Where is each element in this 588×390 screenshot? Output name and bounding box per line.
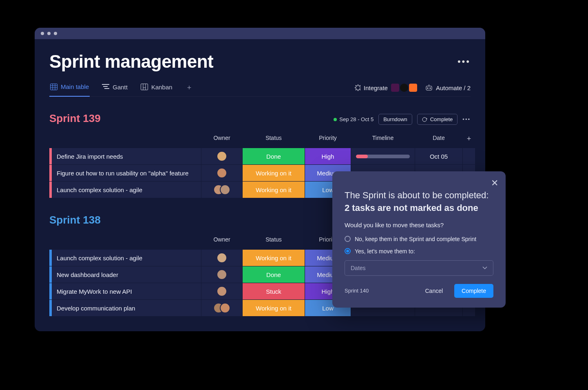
page-more-icon[interactable]: ••• (458, 56, 471, 67)
tab-label: Kanban (151, 84, 172, 91)
status-cell[interactable]: Done (243, 266, 305, 283)
close-icon[interactable]: ✕ (491, 178, 498, 188)
col-status[interactable]: Status (243, 135, 305, 146)
sprint-title[interactable]: Sprint 139 (49, 112, 101, 125)
owner-cell[interactable] (201, 300, 242, 317)
task-cell[interactable]: Develop communication plan (49, 300, 201, 317)
col-priority[interactable]: Priority (305, 135, 351, 146)
group-stripe (49, 283, 52, 300)
date-cell[interactable]: Oct 05 (415, 148, 462, 165)
task-name: New dashboard loader (57, 271, 118, 278)
cancel-button[interactable]: Cancel (419, 284, 449, 298)
tab-label: Main table (61, 83, 89, 90)
group-stripe (49, 165, 52, 182)
task-cell[interactable]: Migrate MyWork to new API (49, 283, 201, 300)
page-title: Sprint management (49, 51, 213, 72)
status-cell[interactable]: Done (243, 148, 305, 165)
complete-sprint-button[interactable]: Complete (417, 114, 458, 125)
table-row: Define Jira import needsDoneHighOct 05 (49, 148, 471, 165)
status-cell[interactable]: Working on it (243, 182, 305, 198)
close-dot-icon[interactable] (41, 32, 44, 35)
view-tabs: Main table Gantt Kanban + (49, 79, 194, 96)
target-sprint-select[interactable]: Dates (345, 260, 493, 276)
sprint-date-range: Sep 28 - Oct 5 (334, 116, 374, 122)
task-name: Migrate MyWork to new API (57, 288, 132, 295)
add-column-button[interactable]: + (463, 135, 475, 146)
tab-label: Gantt (113, 84, 128, 91)
radio-icon (345, 248, 351, 254)
col-owner[interactable]: Owner (201, 236, 242, 248)
group-stripe (49, 182, 52, 198)
integrate-label: Integrate (364, 84, 388, 91)
priority-cell[interactable]: High (305, 148, 351, 165)
min-dot-icon[interactable] (47, 32, 51, 35)
avatar (217, 286, 227, 297)
status-cell[interactable]: Stuck (243, 283, 305, 300)
task-cell[interactable]: Figure out how to run usability on "alph… (49, 165, 201, 182)
owner-cell[interactable] (201, 182, 242, 198)
col-status[interactable]: Status (243, 236, 305, 248)
owner-cell[interactable] (201, 165, 242, 182)
avatar (217, 151, 227, 162)
status-cell[interactable]: Working on it (243, 250, 305, 266)
owner-cell[interactable] (201, 266, 242, 283)
select-placeholder: Dates (351, 265, 366, 271)
task-name: Figure out how to run usability on "alph… (57, 170, 188, 177)
active-dot-icon (334, 118, 337, 121)
task-name: Define Jira import needs (57, 153, 123, 160)
robot-icon (425, 84, 433, 91)
svg-point-13 (427, 88, 428, 89)
tab-gantt[interactable]: Gantt (101, 80, 128, 96)
task-cell[interactable]: Launch complex solution - agile (49, 182, 201, 198)
radio-option-no[interactable]: No, keep them in the Sprint and complete… (345, 236, 493, 242)
sprint-title[interactable]: Sprint 138 (49, 214, 101, 226)
chevron-down-icon (482, 266, 487, 270)
task-cell[interactable]: Launch complex solution - agile (49, 250, 201, 266)
complete-button[interactable]: Complete (454, 284, 493, 298)
task-cell[interactable]: New dashboard loader (49, 266, 201, 283)
automate-button[interactable]: Automate / 2 (425, 84, 471, 91)
complete-icon (422, 117, 428, 122)
owner-cell[interactable] (201, 250, 242, 266)
tab-main-table[interactable]: Main table (49, 79, 90, 97)
col-owner[interactable]: Owner (201, 135, 242, 146)
radio-label: No, keep them in the Sprint and complete… (355, 236, 476, 242)
avatar (217, 269, 227, 280)
radio-option-yes[interactable]: Yes, let's move them to: (345, 248, 493, 255)
gantt-icon (102, 84, 109, 90)
col-date[interactable]: Date (415, 135, 462, 146)
task-cell[interactable]: Define Jira import needs (49, 148, 201, 165)
integrate-button[interactable]: Integrate (354, 84, 417, 92)
column-headers: Owner Status Priority Timeline Date + (49, 135, 471, 146)
radio-icon (345, 236, 351, 242)
modal-question: Would you like to move these tasks? (345, 222, 493, 228)
gitlab-icon (409, 84, 417, 92)
owner-cell[interactable] (201, 283, 242, 300)
radio-label: Yes, let's move them to: (355, 248, 415, 255)
group-stripe (49, 266, 52, 283)
svg-rect-8 (141, 84, 148, 90)
status-cell[interactable]: Working on it (243, 300, 305, 317)
group-stripe (49, 300, 52, 317)
timeline-cell[interactable] (351, 148, 415, 165)
burndown-button[interactable]: Burndown (378, 114, 412, 125)
col-timeline[interactable]: Timeline (351, 135, 415, 146)
owner-cell[interactable] (201, 148, 242, 165)
complete-sprint-modal: ✕ The Sprint is about to be completed: 2… (332, 171, 506, 308)
slack-icon (391, 84, 399, 92)
max-dot-icon[interactable] (54, 32, 57, 35)
tab-kanban[interactable]: Kanban (140, 80, 173, 96)
task-name: Launch complex solution - agile (57, 255, 142, 261)
status-cell[interactable]: Working on it (243, 165, 305, 182)
add-view-button[interactable]: + (185, 82, 194, 94)
svg-rect-12 (426, 86, 432, 90)
sprint-more-icon[interactable]: ••• (462, 116, 471, 122)
integration-apps (391, 84, 417, 92)
modal-title-line1: The Sprint is about to be completed: (345, 189, 493, 202)
kanban-icon (141, 84, 148, 90)
svg-point-14 (429, 88, 431, 89)
avatar (217, 168, 227, 178)
avatar (217, 253, 227, 263)
task-name: Develop communication plan (57, 305, 135, 312)
modal-title-line2: 2 tasks are not marked as done (345, 203, 493, 213)
